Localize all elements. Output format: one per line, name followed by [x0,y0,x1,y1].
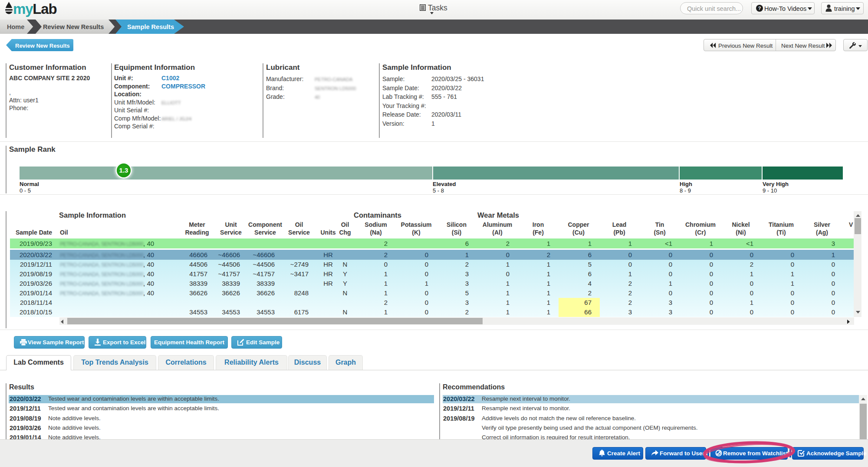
svg-text:?: ? [758,6,761,11]
